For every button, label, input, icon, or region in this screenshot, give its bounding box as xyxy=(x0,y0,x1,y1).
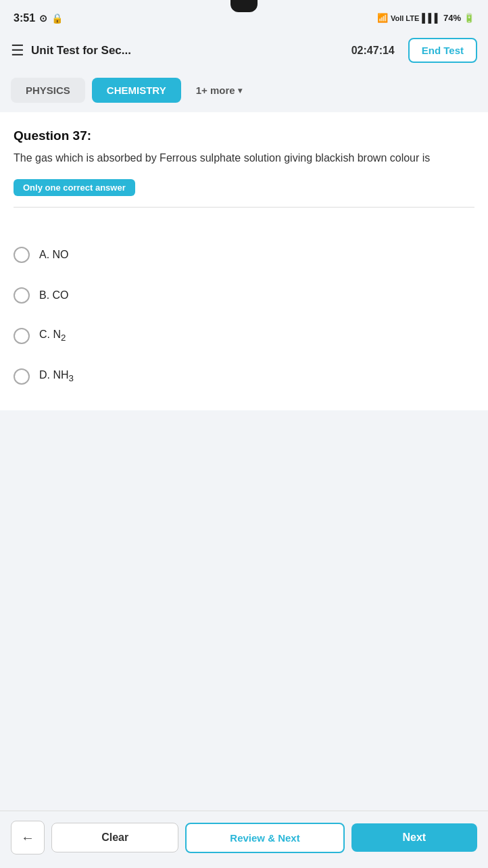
cellular-icon: ▌▌▌ xyxy=(422,13,441,23)
bottom-nav: ← Clear Review & Next Next xyxy=(0,811,488,868)
question-area: Question 37: The gas which is absorbed b… xyxy=(0,112,488,235)
end-test-button[interactable]: End Test xyxy=(408,38,477,63)
option-d-label: D. NH3 xyxy=(39,369,74,383)
question-number: Question 37: xyxy=(14,128,474,143)
menu-icon[interactable]: ☰ xyxy=(11,42,24,59)
time-display: 3:51 xyxy=(14,12,35,24)
battery-percent: 74% xyxy=(443,13,461,23)
option-c-subscript: 2 xyxy=(61,333,66,343)
status-time: 3:51 ⊙ 🔒 xyxy=(14,12,63,24)
radio-c[interactable] xyxy=(14,328,30,344)
option-b[interactable]: B. CO xyxy=(0,275,488,316)
clock-icon: ⊙ xyxy=(39,13,47,24)
option-c-label: C. N2 xyxy=(39,329,66,343)
tab-physics[interactable]: PHYSICS xyxy=(11,78,85,103)
option-a-label: A. NO xyxy=(39,249,69,261)
radio-d[interactable] xyxy=(14,368,30,385)
chevron-down-icon: ▾ xyxy=(238,86,242,95)
option-b-label: B. CO xyxy=(39,289,69,302)
options-list: A. NO B. CO C. N2 D. NH3 xyxy=(0,235,488,410)
option-d[interactable]: D. NH3 xyxy=(0,356,488,397)
camera-notch xyxy=(230,0,258,12)
phone-frame: 3:51 ⊙ 🔒 📶 Voll LTE ▌▌▌ 74% 🔋 ☰ Unit Tes… xyxy=(0,0,488,868)
option-d-subscript: 3 xyxy=(69,373,74,383)
question-text: The gas which is absorbed by Ferrous sul… xyxy=(14,150,474,167)
tab-more[interactable]: 1+ more ▾ xyxy=(188,78,250,103)
option-c[interactable]: C. N2 xyxy=(0,316,488,356)
main-content: Question 37: The gas which is absorbed b… xyxy=(0,112,488,471)
app-header: ☰ Unit Test for Sec... 02:47:14 End Test xyxy=(0,32,488,71)
clear-button[interactable]: Clear xyxy=(51,823,178,852)
radio-a[interactable] xyxy=(14,247,30,263)
header-title: Unit Test for Sec... xyxy=(31,44,345,57)
timer-display: 02:47:14 xyxy=(351,45,395,57)
back-icon: ← xyxy=(21,830,34,846)
signal-text: Voll LTE xyxy=(391,14,419,22)
status-icons-group: 📶 Voll LTE ▌▌▌ 74% 🔋 xyxy=(377,13,474,23)
option-a[interactable]: A. NO xyxy=(0,235,488,275)
tab-chemistry[interactable]: CHEMISTRY xyxy=(92,78,181,103)
review-next-button[interactable]: Review & Next xyxy=(185,823,344,853)
radio-b[interactable] xyxy=(14,287,30,304)
next-button[interactable]: Next xyxy=(351,823,477,852)
battery-icon: 🔋 xyxy=(464,13,474,23)
tab-more-label: 1+ more xyxy=(196,85,235,96)
answer-type-badge: Only one correct answer xyxy=(14,179,135,196)
divider xyxy=(14,207,474,208)
subject-tabs: PHYSICS CHEMISTRY 1+ more ▾ xyxy=(0,71,488,112)
lock-icon: 🔒 xyxy=(51,13,63,24)
wifi-icon: 📶 xyxy=(377,13,388,23)
back-button[interactable]: ← xyxy=(11,821,45,854)
